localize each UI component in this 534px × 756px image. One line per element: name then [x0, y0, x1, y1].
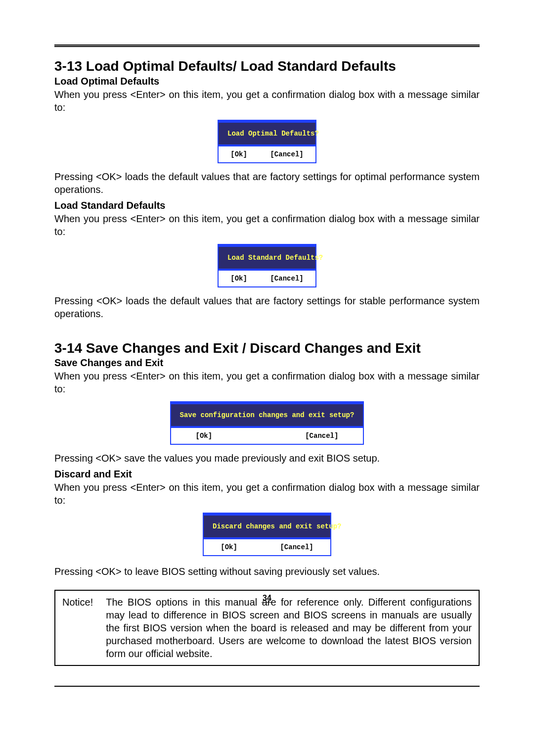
load-optimal-dialog-buttons: [Ok] [Cancel] [219, 145, 315, 162]
load-standard-dialog: Load Standard Defaults? [Ok] [Cancel] [218, 244, 316, 287]
discard-exit-intro: When you press <Enter> on this item, you… [54, 481, 480, 507]
save-exit-after: Pressing <OK> save the values you made p… [54, 452, 480, 465]
discard-exit-dialog: Discard changes and exit setup? [Ok] [Ca… [203, 513, 331, 556]
discard-exit-after: Pressing <OK> to leave BIOS setting with… [54, 565, 480, 578]
load-optimal-intro: When you press <Enter> on this item, you… [54, 88, 480, 114]
save-exit-intro: When you press <Enter> on this item, you… [54, 370, 480, 395]
save-exit-dialog-wrapper: Save configuration changes and exit setu… [54, 401, 480, 445]
load-standard-cancel-button[interactable]: [Cancel] [270, 275, 303, 283]
bottom-single-rule [54, 686, 480, 687]
notice-body: The BIOS options in this manual are for … [106, 596, 472, 660]
top-double-rule [54, 45, 480, 47]
discard-exit-dialog-buttons: [Ok] [Cancel] [204, 538, 330, 555]
section-314-title: 3-14 Save Changes and Exit / Discard Cha… [54, 340, 480, 357]
discard-exit-dialog-wrapper: Discard changes and exit setup? [Ok] [Ca… [54, 513, 480, 556]
discard-exit-ok-button[interactable]: [Ok] [221, 543, 237, 551]
load-standard-block: Load Standard Defaults When you press <E… [54, 200, 480, 320]
load-standard-heading: Load Standard Defaults [54, 200, 480, 211]
load-optimal-dialog: Load Optimal Defaults? [Ok] [Cancel] [218, 120, 316, 163]
load-standard-intro: When you press <Enter> on this item, you… [54, 212, 480, 238]
discard-exit-heading: Discard and Exit [54, 469, 480, 480]
load-optimal-ok-button[interactable]: [Ok] [230, 150, 247, 158]
load-standard-dialog-message: Load Standard Defaults? [219, 247, 315, 270]
discard-exit-cancel-button[interactable]: [Cancel] [280, 543, 313, 551]
load-optimal-dialog-message: Load Optimal Defaults? [219, 123, 315, 145]
load-standard-dialog-wrapper: Load Standard Defaults? [Ok] [Cancel] [54, 244, 480, 287]
save-exit-block: Save Changes and Exit When you press <En… [54, 357, 480, 465]
load-optimal-after: Pressing <OK> loads the default values t… [54, 170, 480, 196]
load-optimal-heading: Load Optimal Defaults [54, 76, 480, 87]
page-number: 34 [0, 594, 534, 603]
manual-page: 3-13 Load Optimal Defaults/ Load Standar… [0, 0, 534, 756]
load-standard-after: Pressing <OK> loads the default values t… [54, 294, 480, 320]
discard-exit-block: Discard and Exit When you press <Enter> … [54, 469, 480, 578]
load-standard-ok-button[interactable]: [Ok] [230, 275, 247, 283]
save-exit-ok-button[interactable]: [Ok] [196, 432, 213, 440]
load-optimal-block: Load Optimal Defaults When you press <En… [54, 76, 480, 196]
save-exit-cancel-button[interactable]: [Cancel] [305, 432, 338, 440]
load-standard-dialog-buttons: [Ok] [Cancel] [219, 270, 315, 286]
section-313-title: 3-13 Load Optimal Defaults/ Load Standar… [54, 58, 480, 75]
save-exit-heading: Save Changes and Exit [54, 357, 480, 369]
page-number-value: 34 [262, 594, 272, 603]
discard-exit-dialog-message: Discard changes and exit setup? [204, 516, 330, 538]
notice-label: Notice! [62, 596, 93, 660]
load-optimal-cancel-button[interactable]: [Cancel] [270, 150, 303, 158]
save-exit-dialog-message: Save configuration changes and exit setu… [171, 404, 363, 427]
save-exit-dialog: Save configuration changes and exit setu… [170, 401, 364, 445]
load-optimal-dialog-wrapper: Load Optimal Defaults? [Ok] [Cancel] [54, 120, 480, 163]
save-exit-dialog-buttons: [Ok] [Cancel] [171, 427, 363, 444]
